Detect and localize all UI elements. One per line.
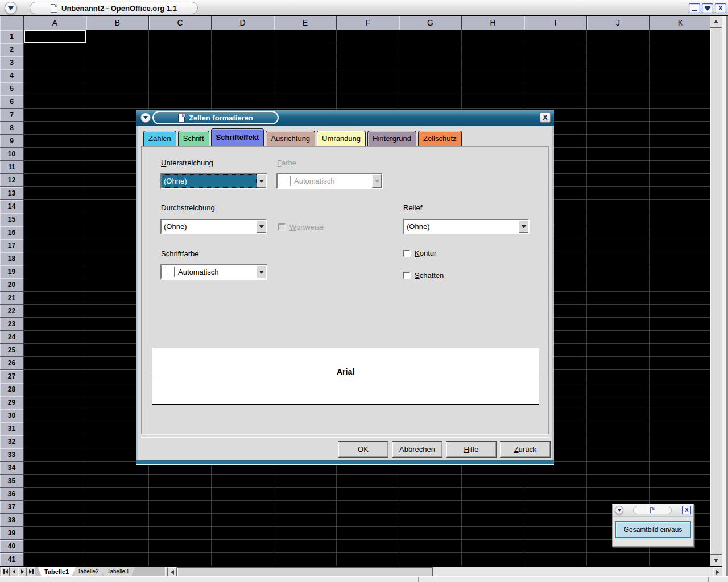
column-header-g[interactable]: G xyxy=(399,16,462,30)
abbrechen-button[interactable]: Abbrechen xyxy=(392,441,442,458)
row-header-39[interactable]: 39 xyxy=(0,527,24,540)
ok-button[interactable]: OK xyxy=(338,441,388,458)
row-header-35[interactable]: 35 xyxy=(0,475,24,488)
row-header-21[interactable]: 21 xyxy=(0,292,24,305)
row-header-31[interactable]: 31 xyxy=(0,422,24,435)
scroll-down-button[interactable] xyxy=(710,555,722,566)
dialog-close-button[interactable]: X xyxy=(540,112,551,123)
row-header-6[interactable]: 6 xyxy=(0,95,24,109)
row-header-27[interactable]: 27 xyxy=(0,370,24,383)
tab-umrandung[interactable]: Umrandung xyxy=(317,131,366,146)
row-header-37[interactable]: 37 xyxy=(0,501,24,514)
overview-toggle-button[interactable]: Gesamtbild ein/aus xyxy=(615,521,691,538)
row-header-11[interactable]: 11 xyxy=(0,161,24,174)
tab-schrift[interactable]: Schrift xyxy=(178,131,209,146)
dropdown-arrow-button[interactable] xyxy=(257,174,266,188)
row-header-20[interactable]: 20 xyxy=(0,278,24,292)
row-header-1[interactable]: 1 xyxy=(0,30,24,43)
relief-dropdown[interactable]: (Ohne) xyxy=(403,219,530,234)
row-header-32[interactable]: 32 xyxy=(0,435,24,448)
last-sheet-button[interactable] xyxy=(27,567,35,576)
column-header-f[interactable]: F xyxy=(337,16,399,30)
column-header-b[interactable]: B xyxy=(86,16,149,30)
tab-zahlen[interactable]: Zahlen xyxy=(143,131,176,146)
scroll-up-button[interactable] xyxy=(710,16,722,27)
hilfe-button[interactable]: Hilfe xyxy=(446,441,497,458)
row-header-12[interactable]: 12 xyxy=(0,174,24,187)
column-header-d[interactable]: D xyxy=(212,16,274,30)
shadow-checkbox[interactable]: Schatten xyxy=(403,271,444,280)
row-header-3[interactable]: 3 xyxy=(0,56,24,69)
row-header-23[interactable]: 23 xyxy=(0,318,24,331)
row-header-15[interactable]: 15 xyxy=(0,213,24,226)
tab-zellschutz[interactable]: Zellschutz xyxy=(418,131,462,146)
row-header-40[interactable]: 40 xyxy=(0,540,24,553)
column-header-c[interactable]: C xyxy=(149,16,212,30)
sheet-tab-tabelle2[interactable]: Tabelle2 xyxy=(71,567,105,576)
column-header-h[interactable]: H xyxy=(462,16,524,30)
tab-schrifteffekt[interactable]: Schrifteffekt xyxy=(211,128,264,146)
row-header-24[interactable]: 24 xyxy=(0,331,24,344)
horizontal-scrollbar[interactable] xyxy=(168,567,722,576)
row-header-38[interactable]: 38 xyxy=(0,514,24,527)
row-header-17[interactable]: 17 xyxy=(0,239,24,252)
underline-dropdown[interactable]: (Ohne) xyxy=(160,173,267,189)
row-header-29[interactable]: 29 xyxy=(0,396,24,409)
row-header-25[interactable]: 25 xyxy=(0,344,24,357)
overview-close-button[interactable]: X xyxy=(682,506,691,514)
dialog-menu-button[interactable] xyxy=(140,113,151,123)
row-header-10[interactable]: 10 xyxy=(0,148,24,161)
row-header-34[interactable]: 34 xyxy=(0,462,24,475)
selected-cell-a1[interactable] xyxy=(24,30,86,43)
row-header-19[interactable]: 19 xyxy=(0,265,24,278)
row-header-22[interactable]: 22 xyxy=(0,305,24,318)
column-header-i[interactable]: I xyxy=(524,16,587,30)
row-header-9[interactable]: 9 xyxy=(0,135,24,148)
next-sheet-button[interactable] xyxy=(18,567,27,576)
overview-menu-button[interactable] xyxy=(615,506,623,514)
first-sheet-button[interactable] xyxy=(1,567,10,576)
dropdown-arrow-button[interactable] xyxy=(519,220,528,233)
sheet-tab-tabelle3[interactable]: Tabelle3 xyxy=(100,567,135,576)
column-header-e[interactable]: E xyxy=(274,16,337,30)
overview-titlebar[interactable]: X xyxy=(613,504,693,517)
row-header-8[interactable]: 8 xyxy=(0,122,24,135)
row-header-2[interactable]: 2 xyxy=(0,43,24,56)
zur-ck-button[interactable]: Zurück xyxy=(500,441,551,458)
tab-ausrichtung[interactable]: Ausrichtung xyxy=(266,131,315,146)
row-header-26[interactable]: 26 xyxy=(0,357,24,370)
row-header-41[interactable]: 41 xyxy=(0,553,24,566)
row-header-5[interactable]: 5 xyxy=(0,82,24,95)
row-header-14[interactable]: 14 xyxy=(0,200,24,213)
row-header-28[interactable]: 28 xyxy=(0,383,24,396)
row-header-13[interactable]: 13 xyxy=(0,187,24,200)
row-header-4[interactable]: 4 xyxy=(0,69,24,82)
column-header-j[interactable]: J xyxy=(587,16,650,30)
row-header-16[interactable]: 16 xyxy=(0,226,24,239)
row-header-36[interactable]: 36 xyxy=(0,488,24,501)
window-title-pill[interactable]: Unbenannt2 - OpenOffice.org 1.1 xyxy=(30,2,198,14)
dropdown-arrow-button[interactable] xyxy=(257,220,266,233)
vertical-scrollbar[interactable] xyxy=(710,16,722,566)
horizontal-scrollbar-track[interactable] xyxy=(433,567,713,576)
dropdown-arrow-button[interactable] xyxy=(257,265,266,278)
dialog-titlebar[interactable]: Zellen formatieren X xyxy=(136,110,554,126)
row-header-30[interactable]: 30 xyxy=(0,409,24,422)
vertical-scrollbar-thumb[interactable] xyxy=(710,27,722,555)
column-header-k[interactable]: K xyxy=(650,16,710,30)
column-header-a[interactable]: A xyxy=(24,16,86,30)
strikethrough-dropdown[interactable]: (Ohne) xyxy=(160,219,267,234)
horizontal-scrollbar-thumb[interactable] xyxy=(177,567,433,576)
close-button[interactable]: X xyxy=(715,3,726,13)
outline-checkbox[interactable]: Kontur xyxy=(403,249,436,257)
select-all-corner[interactable] xyxy=(0,16,24,30)
font-color-dropdown[interactable]: Automatisch xyxy=(160,264,267,280)
row-header-18[interactable]: 18 xyxy=(0,252,24,265)
sheet-tab-tabelle1[interactable]: Tabelle1 xyxy=(38,567,76,576)
row-header-33[interactable]: 33 xyxy=(0,448,24,462)
tab-hintergrund[interactable]: Hintergrund xyxy=(367,131,416,146)
minimize-button[interactable] xyxy=(689,3,700,13)
row-header-7[interactable]: 7 xyxy=(0,109,24,122)
shade-button[interactable] xyxy=(702,3,713,13)
window-menu-button[interactable] xyxy=(5,2,17,14)
